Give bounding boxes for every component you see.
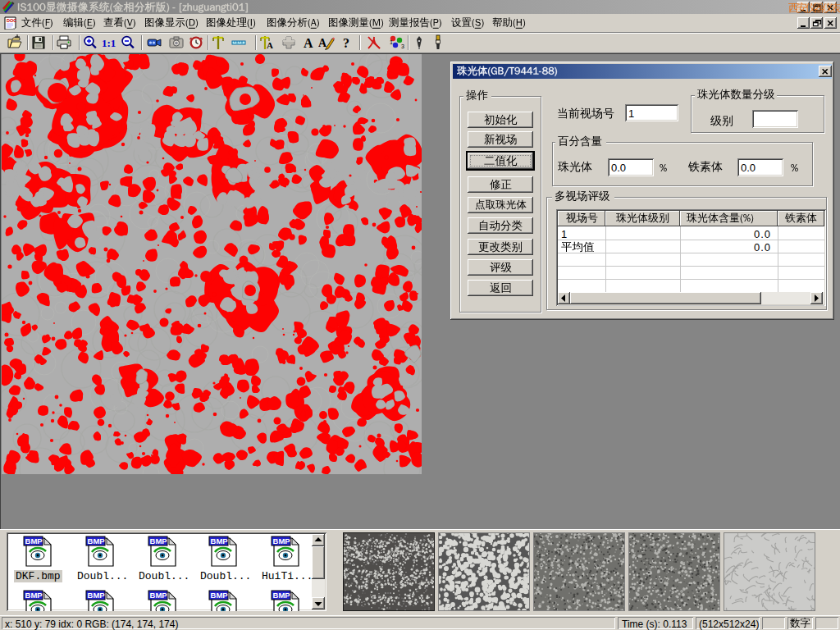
svg-text:BMP: BMP: [88, 536, 106, 546]
svg-text:A: A: [318, 37, 327, 49]
svg-text:BMP: BMP: [273, 536, 291, 546]
svg-text:1: 1: [390, 39, 393, 45]
svg-text:3: 3: [401, 43, 404, 49]
svg-text:1:1: 1:1: [102, 37, 116, 49]
svg-text:BMP: BMP: [25, 591, 43, 600]
svg-text:?: ?: [343, 36, 349, 50]
svg-text:BMP: BMP: [273, 591, 291, 600]
svg-text:BMP: BMP: [25, 536, 43, 546]
svg-text:BMP: BMP: [88, 591, 106, 600]
svg-text:DOC: DOC: [7, 18, 16, 23]
svg-text:A: A: [304, 36, 313, 50]
svg-text:BMP: BMP: [211, 591, 229, 600]
svg-text:BMP: BMP: [211, 536, 229, 546]
svg-text:BMP: BMP: [150, 536, 168, 546]
svg-text:BMP: BMP: [150, 591, 168, 600]
svg-text:A: A: [267, 40, 273, 50]
